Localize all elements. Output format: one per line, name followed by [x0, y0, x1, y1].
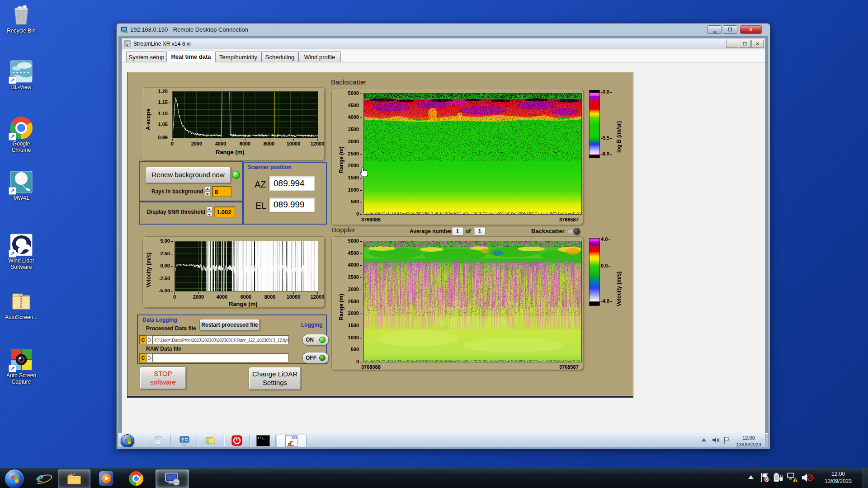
- tick-label: 4000: [345, 114, 362, 120]
- tray-power-icon[interactable]: [773, 472, 784, 485]
- raw-path-field[interactable]: [152, 353, 289, 362]
- cmd-icon: C:\_: [256, 435, 270, 446]
- remote-tray-expand-icon[interactable]: [702, 438, 706, 441]
- remote-taskbar-command-prompt[interactable]: C:\_: [250, 435, 276, 446]
- tab-scheduling[interactable]: Scheduling: [261, 52, 298, 62]
- desktop-icon-autoscreen-zip[interactable]: AutoScreen...: [3, 290, 40, 320]
- desktop-icon-google-chrome[interactable]: ↗ Google Chrome: [3, 117, 40, 154]
- doppler-plot-area[interactable]: [363, 241, 582, 362]
- taskbar-windows-explorer[interactable]: [58, 469, 90, 488]
- raw-logging-off-button[interactable]: OFF: [302, 352, 329, 364]
- snr-value-field[interactable]: 1.002: [214, 206, 235, 217]
- el-value-field[interactable]: 089.999: [269, 197, 315, 212]
- backscatter-x-start-label: 3768088: [361, 217, 381, 222]
- remote-show-desktop-button[interactable]: [765, 434, 768, 447]
- desktop-icon-bl-view[interactable]: ↗ BL-View: [3, 60, 40, 90]
- taskbar-chrome[interactable]: [123, 469, 149, 488]
- remote-clock[interactable]: 12:00 13/09/2023: [732, 435, 765, 447]
- maximize-button[interactable]: ❐: [723, 25, 737, 34]
- taskbar-media-player[interactable]: [93, 469, 119, 488]
- snr-spinner[interactable]: [207, 206, 212, 216]
- tray-expand-icon[interactable]: [748, 475, 754, 479]
- backscatter-graph: Range (m): [331, 89, 584, 225]
- desktop-icon-auto-screen-capture[interactable]: ↗ Auto Screen Capture: [3, 348, 40, 385]
- tab-real-time-data[interactable]: Real time data: [167, 51, 215, 62]
- rays-spinner[interactable]: [205, 186, 211, 196]
- app-titlebar[interactable]: StreamLine XR v14-6.vi: [122, 38, 765, 49]
- renew-background-button[interactable]: Renew background now: [145, 167, 231, 183]
- raw-drive-box[interactable]: C: [139, 353, 147, 362]
- backscatter-plot-area[interactable]: [363, 93, 582, 215]
- remote-taskbar-notepad[interactable]: [146, 435, 171, 446]
- tick-label: 5000: [345, 90, 362, 96]
- tray-action-center-icon[interactable]: [760, 472, 769, 485]
- tick-label: 2500: [345, 299, 362, 304]
- desktop-icon-recycle-bin[interactable]: Recycle Bin: [3, 4, 40, 34]
- doppler-colorbar[interactable]: [589, 238, 600, 306]
- processed-logging-on-button[interactable]: ON: [302, 334, 329, 346]
- tick-label: 3000: [345, 139, 362, 144]
- backscatter-x-end-label: 3768587: [559, 217, 579, 222]
- tick-label: 0: [162, 139, 182, 146]
- off-led-icon: [319, 355, 326, 361]
- velocity-trace: [175, 241, 318, 291]
- remote-taskbar-streamline-xr[interactable]: XR: [277, 435, 307, 447]
- a-scope-plot-area[interactable]: [172, 91, 318, 138]
- stop-software-button[interactable]: STOP software: [140, 366, 186, 389]
- tick-label: 500: [345, 199, 362, 204]
- remote-taskbar-control-panel[interactable]: [172, 435, 197, 446]
- start-button[interactable]: [5, 469, 24, 488]
- close-button[interactable]: ✕: [740, 25, 762, 34]
- rdp-titlebar[interactable]: 192.168.0.150 - Remote Desktop Connectio…: [117, 23, 770, 36]
- tab-system-setup[interactable]: System setup: [126, 52, 167, 62]
- a-scope-trace: [173, 92, 318, 137]
- backscatter-toggle-switch[interactable]: [567, 229, 579, 234]
- desktop-icon-mw41[interactable]: ↗ MW41: [3, 171, 40, 201]
- host-clock[interactable]: 12:00 13/09/2023: [816, 470, 860, 485]
- app-window: StreamLine XR v14-6.vi — ❐ ✕ System setu…: [121, 38, 766, 433]
- tick-label: 12000: [307, 292, 327, 300]
- taskbar-internet-explorer[interactable]: e: [30, 469, 55, 488]
- shortcut-arrow-icon: ↗: [9, 76, 16, 84]
- app-maximize-button[interactable]: ❐: [739, 40, 751, 48]
- desktop: Recycle Bin ↗ BL-View ↗ Google Chrome ↗ …: [0, 0, 868, 488]
- tab-temp-humidity[interactable]: Temp/humidity: [215, 52, 261, 62]
- toggle-knob: [573, 228, 580, 235]
- tray-network-icon[interactable]: [787, 472, 798, 485]
- of-label: of: [466, 228, 471, 235]
- tick-label: 2000: [345, 310, 362, 316]
- el-label: EL: [255, 201, 266, 211]
- remote-taskbar-shutdown-tool[interactable]: [224, 435, 250, 446]
- velocity-plot-area[interactable]: [175, 241, 318, 291]
- tray-volume-muted-icon[interactable]: [801, 472, 814, 485]
- show-desktop-button[interactable]: [863, 468, 868, 488]
- average-number-field[interactable]: 1: [452, 227, 463, 235]
- restart-processed-file-button[interactable]: Restart processed file: [199, 319, 260, 331]
- processed-drive-box[interactable]: C: [139, 335, 147, 344]
- rays-value-field[interactable]: 8: [212, 186, 231, 197]
- chrome-icon: [129, 471, 143, 486]
- az-value-field[interactable]: 089.994: [269, 176, 315, 191]
- desktop-icon-wind-lidar[interactable]: ↗ Wind Lidar Software: [3, 234, 40, 271]
- colorbar-tick: -3.0: [601, 89, 612, 94]
- tick-label: 4000: [345, 262, 362, 267]
- processed-browse-icon[interactable]: [146, 335, 153, 344]
- minimize-button[interactable]: ▁: [708, 25, 722, 34]
- taskbar-remote-desktop[interactable]: »«: [156, 469, 189, 488]
- backscatter-colorbar[interactable]: [589, 90, 600, 158]
- remote-tray-volume-icon[interactable]: [712, 436, 720, 446]
- bl-view-icon: ↗: [10, 60, 33, 83]
- remote-start-button[interactable]: [121, 434, 134, 447]
- change-lidar-settings-button[interactable]: Change LiDAR Settings: [249, 367, 301, 390]
- background-frame: Renew background now Rays in background …: [139, 161, 243, 202]
- tab-wind-profile[interactable]: Wind profile: [298, 52, 341, 62]
- processed-path-field[interactable]: C:\Lidar\Data\Proc\2023\202309\20230913\…: [152, 335, 289, 344]
- app-close-button[interactable]: ✕: [751, 40, 764, 48]
- velocity-x-axis-label: Range (m): [229, 300, 258, 307]
- remote-tray-flag-icon[interactable]: [723, 436, 731, 446]
- raw-browse-icon[interactable]: [146, 353, 153, 362]
- host-time: 12:00: [816, 470, 860, 478]
- remote-taskbar-sticky-notes[interactable]: [198, 435, 223, 446]
- average-total-field[interactable]: 1: [474, 227, 486, 235]
- app-minimize-button[interactable]: —: [726, 40, 738, 48]
